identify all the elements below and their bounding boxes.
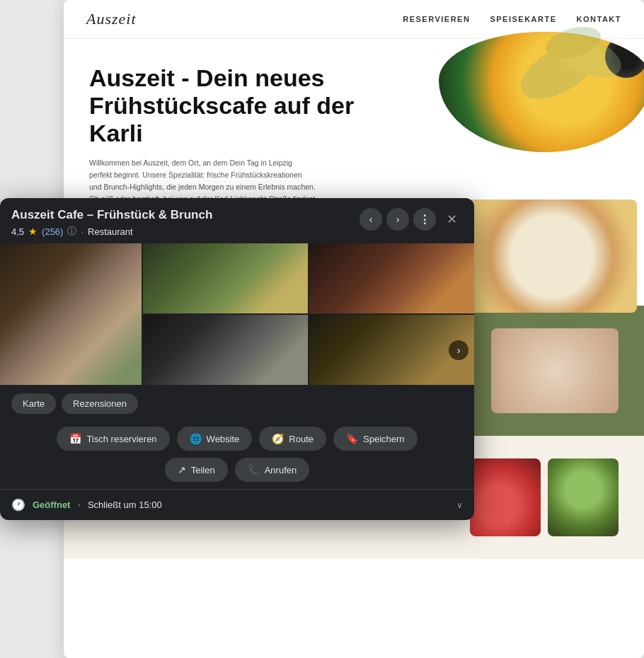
hours-clock-icon: 🕐	[11, 498, 25, 512]
action-teilen[interactable]: ↗ Teilen	[165, 458, 228, 482]
action-tisch-reservieren[interactable]: 📅 Tisch reservieren	[57, 427, 169, 451]
photo-cell-4: ›	[309, 315, 474, 385]
website-logo: Auszeit	[86, 10, 137, 28]
card-more-button[interactable]: ⋮	[413, 208, 436, 231]
action-website[interactable]: 🌐 Website	[177, 427, 253, 451]
maps-card: Auszeit Cafe – Frühstück & Brunch 4,5 ★ …	[0, 198, 474, 520]
card-prev-button[interactable]: ‹	[360, 208, 382, 231]
card-next-button[interactable]: ›	[386, 208, 409, 231]
hero-croissant-image	[467, 200, 637, 313]
card-info-icon[interactable]: ⓘ	[67, 225, 76, 238]
teilen-icon: ↗	[178, 464, 186, 475]
speichern-icon: 🔖	[346, 433, 358, 444]
website-s2-image	[491, 328, 619, 413]
action-speichern[interactable]: 🔖 Speichern	[333, 427, 418, 451]
website-food-image-2	[548, 458, 619, 536]
tisch-reservieren-label: Tisch reservieren	[86, 434, 156, 444]
nav-link-reservieren[interactable]: RESERVIEREN	[403, 15, 470, 23]
card-close-button[interactable]: ✕	[440, 208, 463, 231]
hours-open-label: Geöffnet	[33, 500, 70, 510]
anrufen-icon: 📞	[248, 464, 260, 475]
website-s3-images	[470, 458, 619, 536]
anrufen-label: Anrufen	[265, 465, 297, 475]
leaves-decoration	[502, 0, 644, 99]
card-nav-buttons: ‹ › ⋮ ✕	[360, 208, 463, 231]
card-title-area: Auszeit Cafe – Frühstück & Brunch 4,5 ★ …	[11, 208, 212, 238]
card-title: Auszeit Cafe – Frühstück & Brunch	[11, 208, 212, 222]
card-rating-number: 4,5	[11, 226, 24, 237]
card-header: Auszeit Cafe – Frühstück & Brunch 4,5 ★ …	[0, 198, 474, 243]
teilen-label: Teilen	[191, 465, 215, 475]
card-star-icon: ★	[28, 226, 38, 237]
card-place-type: Restaurant	[88, 226, 133, 237]
photo-next-arrow[interactable]: ›	[449, 340, 468, 360]
card-reviews-count[interactable]: (256)	[42, 226, 63, 237]
photo-grid: ›	[0, 243, 474, 385]
tab-karte[interactable]: Karte	[11, 393, 56, 414]
photo-cell-2	[309, 243, 474, 313]
hours-close-time: Schließt um 15:00	[88, 500, 162, 510]
photo-right-grid: ›	[143, 243, 474, 385]
photo-cell-1	[143, 243, 308, 313]
photo-cell-3	[143, 315, 308, 385]
website-hero-title: Auszeit - Dein neues Frühstückscafe auf …	[89, 64, 358, 147]
website-label: Website	[207, 434, 240, 444]
website-icon: 🌐	[190, 433, 202, 444]
tab-rezensionen[interactable]: Rezensionen	[62, 393, 138, 414]
card-actions-row2: ↗ Teilen 📞 Anrufen	[0, 455, 474, 489]
speichern-label: Speichern	[363, 434, 405, 444]
card-rating-row: 4,5 ★ (256) ⓘ · Restaurant	[11, 225, 212, 238]
website-food-image-1	[470, 458, 541, 536]
hours-separator: ·	[77, 499, 80, 512]
card-hours-row[interactable]: 🕐 Geöffnet · Schließt um 15:00 ∨	[0, 489, 474, 520]
card-separator: ·	[81, 226, 84, 237]
route-icon: 🧭	[272, 433, 284, 444]
action-anrufen[interactable]: 📞 Anrufen	[235, 458, 310, 482]
route-label: Route	[289, 434, 314, 444]
action-route[interactable]: 🧭 Route	[259, 427, 326, 451]
card-actions-row1: 📅 Tisch reservieren 🌐 Website 🧭 Route 🔖 …	[0, 420, 474, 455]
tisch-reservieren-icon: 📅	[69, 433, 81, 444]
hours-chevron-icon: ∨	[456, 500, 463, 510]
card-tabs: Karte Rezensionen	[0, 385, 474, 420]
photo-main	[0, 243, 142, 385]
